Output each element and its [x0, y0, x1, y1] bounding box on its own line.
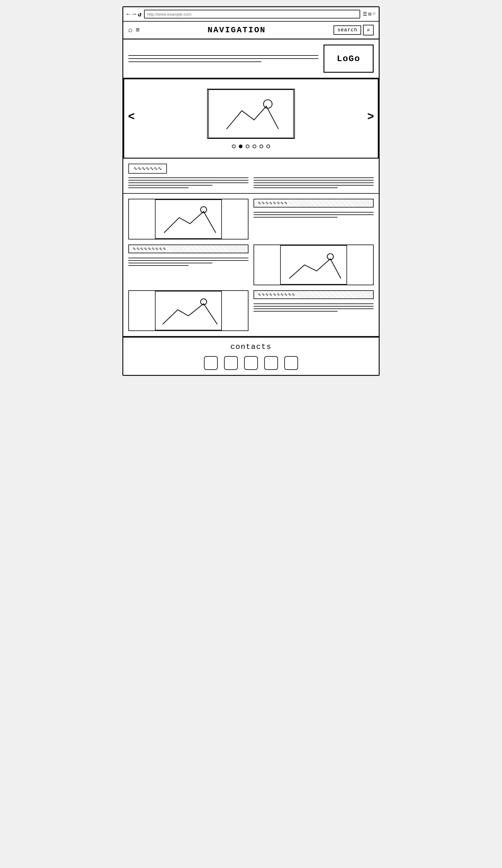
line: [253, 217, 338, 218]
browser-window: ← → ↺ ☰ ⊟ ○ ⌂ ≡ NAVIGATION search ⌕: [122, 6, 380, 376]
carousel-dots: [232, 145, 270, 148]
line: [128, 265, 189, 266]
nav-menu-icon[interactable]: ≡: [135, 26, 140, 34]
header-section: LoGo: [123, 40, 379, 79]
nav-left: ⌂ ≡: [128, 26, 140, 34]
line: [128, 177, 249, 178]
footer-title: contacts: [128, 343, 374, 351]
line: [253, 180, 374, 180]
section1-two-col: [128, 177, 374, 188]
browser-nav-icons: ← → ↺: [127, 10, 141, 18]
line: [253, 212, 374, 213]
hero-image-placeholder: [207, 89, 295, 139]
line: [253, 309, 374, 309]
section1-left-text: [128, 177, 249, 188]
line: [128, 183, 249, 183]
section1-heading: ∿∿∿∿∿∿∿: [128, 164, 167, 174]
card3-heading-text: ∿∿∿∿∿∿∿∿∿∿: [257, 292, 295, 297]
section1-heading-text: ∿∿∿∿∿∿∿: [133, 166, 162, 172]
nav-right: search ⌕: [333, 25, 374, 35]
line: [253, 187, 338, 188]
nav-bar: ⌂ ≡ NAVIGATION search ⌕: [123, 22, 379, 40]
line: [128, 185, 212, 186]
card3-text: [253, 303, 374, 312]
line: [128, 258, 249, 258]
header-line-3: [128, 61, 261, 62]
svg-rect-6: [155, 291, 221, 330]
line: [253, 303, 374, 304]
svg-rect-0: [208, 90, 293, 138]
content-card-3: ∿∿∿∿∿∿∿∿∿∿: [253, 290, 374, 331]
content-card-1: ∿∿∿∿∿∿∿∿: [253, 199, 374, 239]
footer-icon-2[interactable]: [224, 356, 238, 370]
card2-heading: ∿∿∿∿∿∿∿∿∿: [128, 245, 249, 253]
line: [128, 180, 249, 180]
line: [128, 187, 189, 188]
home-icon[interactable]: ⌂: [128, 26, 132, 34]
header-text-block: [128, 55, 319, 62]
hero-section: < >: [123, 79, 379, 158]
footer-icons: [128, 356, 374, 370]
hamburger-icon[interactable]: ☰: [363, 11, 367, 17]
mixed-row-1: ∿∿∿∿∿∿∿∿: [128, 199, 374, 239]
svg-point-1: [263, 100, 272, 108]
card1-heading-text: ∿∿∿∿∿∿∿∿: [257, 200, 288, 206]
circle-icon[interactable]: ○: [372, 11, 375, 17]
carousel-dot-6[interactable]: [267, 145, 270, 148]
line: [128, 263, 212, 263]
mixed-section: ∿∿∿∿∿∿∿∿ ∿∿∿∿∿∿∿∿∿: [123, 194, 379, 337]
carousel-dot-2[interactable]: [239, 145, 242, 148]
forward-button[interactable]: →: [132, 11, 136, 18]
header-line-1: [128, 55, 319, 56]
svg-rect-2: [155, 200, 221, 239]
line: [253, 185, 374, 186]
image-placeholder-3: [128, 290, 249, 331]
browser-menu-icons: ☰ ⊟ ○: [363, 11, 375, 17]
grid-icon[interactable]: ⊟: [368, 11, 371, 17]
line: [253, 177, 374, 178]
line: [253, 311, 338, 312]
line: [128, 260, 249, 261]
card1-heading: ∿∿∿∿∿∿∿∿: [253, 199, 374, 207]
page-content: ⌂ ≡ NAVIGATION search ⌕ LoGo <: [123, 22, 379, 375]
carousel-dot-1[interactable]: [232, 145, 235, 148]
footer-icon-1[interactable]: [204, 356, 218, 370]
line: [253, 183, 374, 183]
card1-text: [253, 212, 374, 218]
image-placeholder-1: [128, 199, 249, 239]
header-line-2: [128, 58, 319, 59]
svg-rect-4: [281, 246, 347, 284]
footer-icon-4[interactable]: [264, 356, 278, 370]
card2-text: [128, 258, 249, 266]
carousel-dot-4[interactable]: [253, 145, 256, 148]
footer-icon-5[interactable]: [284, 356, 298, 370]
footer-icon-3[interactable]: [244, 356, 258, 370]
mixed-row-2: ∿∿∿∿∿∿∿∿∿: [128, 245, 374, 285]
carousel-prev-button[interactable]: <: [128, 111, 135, 124]
search-button[interactable]: ⌕: [363, 25, 374, 35]
line: [253, 306, 374, 307]
content-card-2: ∿∿∿∿∿∿∿∿∿: [128, 245, 249, 285]
browser-chrome: ← → ↺ ☰ ⊟ ○: [123, 7, 379, 22]
card3-heading: ∿∿∿∿∿∿∿∿∿∿: [253, 290, 374, 299]
section1-right-text: [253, 177, 374, 188]
nav-title: NAVIGATION: [208, 25, 266, 35]
logo-box: LoGo: [323, 44, 374, 73]
carousel-dot-5[interactable]: [260, 145, 263, 148]
image-placeholder-2: [253, 245, 374, 285]
carousel-dot-3[interactable]: [246, 145, 249, 148]
footer-section: contacts: [123, 337, 379, 375]
line: [253, 214, 374, 215]
refresh-button[interactable]: ↺: [138, 10, 141, 18]
card2-heading-text: ∿∿∿∿∿∿∿∿∿: [132, 246, 166, 251]
back-button[interactable]: ←: [127, 11, 130, 18]
search-box[interactable]: search: [333, 25, 361, 35]
mixed-row-3: ∿∿∿∿∿∿∿∿∿∿: [128, 290, 374, 331]
carousel-next-button[interactable]: >: [367, 111, 374, 124]
address-bar[interactable]: [144, 10, 360, 19]
content-section-1: ∿∿∿∿∿∿∿: [123, 158, 379, 194]
